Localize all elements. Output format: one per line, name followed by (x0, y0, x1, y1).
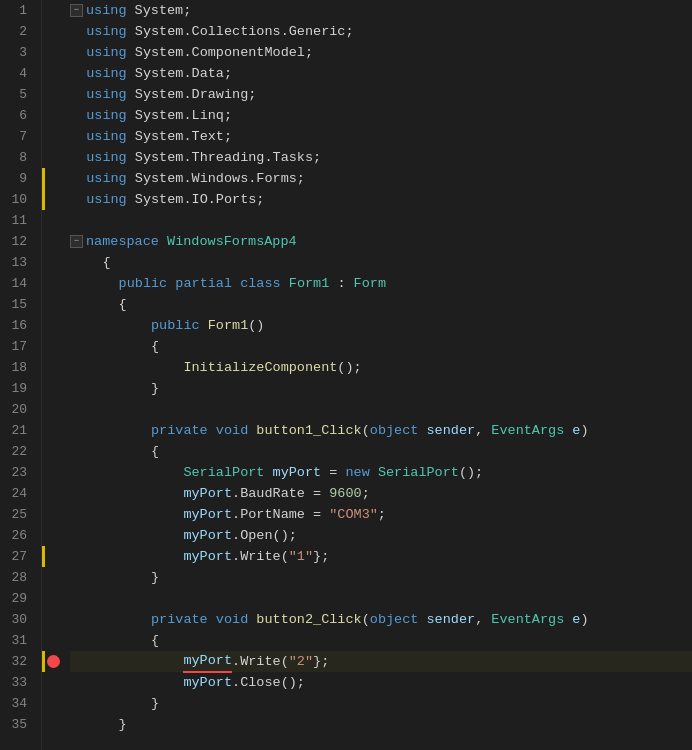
token-type: SerialPort (378, 462, 459, 483)
token-method: button2_Click (256, 609, 361, 630)
token-plain: System.Windows.Forms; (127, 168, 305, 189)
gutter-cell (42, 21, 64, 42)
token-plain: { (70, 441, 159, 462)
token-param: e (572, 609, 580, 630)
gutter-cell (42, 336, 64, 357)
token-ns: WindowsFormsApp4 (167, 231, 297, 252)
line-number: 4 (0, 63, 33, 84)
code-line (70, 399, 692, 420)
token-plain (248, 420, 256, 441)
token-plain (159, 231, 167, 252)
token-plain: System.ComponentModel; (127, 42, 313, 63)
collapse-icon[interactable]: − (70, 4, 83, 17)
token-plain (70, 147, 86, 168)
gutter-cell (42, 84, 64, 105)
token-string: "1" (289, 546, 313, 567)
line-number: 7 (0, 126, 33, 147)
code-line: using System.Threading.Tasks; (70, 147, 692, 168)
line-number: 30 (0, 609, 33, 630)
code-line: using System.Linq; (70, 105, 692, 126)
token-plain (70, 651, 183, 672)
gutter-cell (42, 252, 64, 273)
code-editor: 1234567891011121314151617181920212223242… (0, 0, 692, 750)
code-line: } (70, 567, 692, 588)
code-line: InitializeComponent(); (70, 357, 692, 378)
code-line: myPort.Write("1"}; (70, 546, 692, 567)
line-number: 33 (0, 672, 33, 693)
token-plain: , (475, 420, 491, 441)
token-kw: using (86, 189, 127, 210)
gutter-cell (42, 567, 64, 588)
token-plain (70, 483, 183, 504)
token-string: "COM3" (329, 504, 378, 525)
line-number: 17 (0, 336, 33, 357)
token-param: myPort (183, 525, 232, 546)
token-type: EventArgs (491, 609, 564, 630)
code-line: myPort.BaudRate = 9600; (70, 483, 692, 504)
gutter-cell (42, 651, 64, 672)
token-kw: using (86, 168, 127, 189)
token-param: myPort (183, 504, 232, 525)
token-plain: ) (580, 420, 588, 441)
token-plain: .Open(); (232, 525, 297, 546)
token-plain: } (70, 567, 159, 588)
token-plain (167, 273, 175, 294)
token-kw: using (86, 84, 127, 105)
collapse-icon[interactable]: − (70, 235, 83, 248)
line-number: 23 (0, 462, 33, 483)
line-number: 19 (0, 378, 33, 399)
token-kw: partial (175, 273, 232, 294)
gutter-cell (42, 378, 64, 399)
code-line (70, 210, 692, 231)
token-kw: public (151, 315, 200, 336)
token-plain: .Close(); (232, 672, 305, 693)
token-kw: void (216, 420, 248, 441)
token-kw: using (86, 42, 127, 63)
line-number: 13 (0, 252, 33, 273)
code-line: using System.Text; (70, 126, 692, 147)
token-param: myPort (273, 462, 322, 483)
token-string: "2" (289, 651, 313, 672)
gutter-cell (42, 462, 64, 483)
token-kw: using (86, 147, 127, 168)
line-numbers: 1234567891011121314151617181920212223242… (0, 0, 42, 750)
token-plain: .Write( (232, 651, 289, 672)
token-plain (70, 21, 86, 42)
code-line: SerialPort myPort = new SerialPort(); (70, 462, 692, 483)
gutter-cell (42, 714, 64, 735)
line-number: 3 (0, 42, 33, 63)
token-plain (208, 609, 216, 630)
token-param: myPort (183, 650, 232, 673)
gutter-cell (42, 609, 64, 630)
token-plain: .PortName = (232, 504, 329, 525)
token-plain (70, 105, 86, 126)
line-number: 1 (0, 0, 33, 21)
token-param: e (572, 420, 580, 441)
token-plain: ; (362, 483, 370, 504)
gutter-cell (42, 189, 64, 210)
token-kw: void (216, 609, 248, 630)
code-line: using System.ComponentModel; (70, 42, 692, 63)
gutter-cell (42, 420, 64, 441)
token-plain (564, 609, 572, 630)
line-number: 26 (0, 525, 33, 546)
token-plain (70, 420, 151, 441)
token-plain: ; (378, 504, 386, 525)
token-plain (70, 609, 151, 630)
token-plain (70, 504, 183, 525)
gutter-cell (42, 630, 64, 651)
token-plain: System.Linq; (127, 105, 232, 126)
token-kw: private (151, 609, 208, 630)
gutter-cell (42, 126, 64, 147)
line-number: 34 (0, 693, 33, 714)
code-line: using System.Windows.Forms; (70, 168, 692, 189)
token-plain: } (70, 714, 127, 735)
token-kw: using (86, 105, 127, 126)
token-method: Form1 (208, 315, 249, 336)
code-line: using System.IO.Ports; (70, 189, 692, 210)
token-plain: : (329, 273, 353, 294)
token-plain: .BaudRate = (232, 483, 329, 504)
gutter-cell (42, 63, 64, 84)
code-line: −namespace WindowsFormsApp4 (70, 231, 692, 252)
token-plain (70, 273, 119, 294)
